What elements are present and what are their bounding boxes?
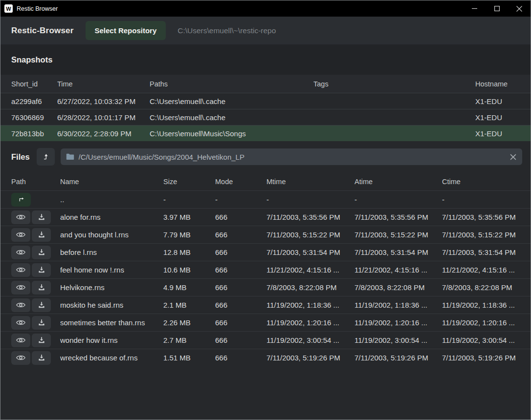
file-mode: 666: [215, 266, 266, 274]
snapshot-time: 6/30/2022, 2:28:09 PM: [57, 129, 150, 138]
file-name: alone for.rns: [60, 213, 163, 221]
file-name: feel home now !.rns: [60, 266, 163, 274]
file-ctime: 11/19/2002, 1:18:36 ...: [442, 301, 522, 309]
file-ctime: -: [442, 195, 522, 204]
preview-file-button[interactable]: [11, 210, 30, 224]
download-icon: [38, 284, 45, 291]
column-atime: Atime: [354, 178, 442, 186]
clear-icon: [510, 154, 516, 160]
file-row: feel home now !.rns 10.6 MB 666 11/21/20…: [0, 261, 531, 278]
eye-icon: [16, 336, 25, 344]
arrow-up-right-icon: [17, 196, 25, 203]
page-title: Restic-Browser: [11, 26, 74, 36]
snapshots-section-header: Snapshots: [0, 44, 531, 75]
download-icon: [38, 301, 45, 309]
download-file-button[interactable]: [32, 210, 51, 224]
file-ctime: 11/19/2002, 1:20:16 ...: [442, 318, 522, 327]
download-icon: [38, 319, 45, 326]
open-parent-directory-button[interactable]: [11, 193, 31, 207]
clear-path-button[interactable]: [509, 153, 517, 161]
goto-root-button[interactable]: [37, 148, 55, 166]
column-hostname: Hostname: [475, 80, 522, 88]
download-file-button[interactable]: [32, 263, 51, 277]
file-size: 2.7 MB: [163, 336, 215, 344]
snapshot-paths: C:\Users\emuell\Music\Songs: [150, 129, 313, 138]
current-path-text: /C/Users/emuell/Music/Songs/2004_Helveti…: [79, 153, 505, 161]
download-icon: [38, 249, 45, 256]
file-row: Helvikone.rns 4.9 MB 666 7/8/2003, 8:22:…: [0, 278, 531, 296]
files-table-header: Path Name Size Mode Mtime Atime Ctime: [0, 172, 531, 190]
preview-file-button[interactable]: [11, 334, 30, 347]
app-header: Restic-Browser Select Repository C:\User…: [0, 17, 531, 44]
snapshot-hostname: X1-EDU: [475, 129, 522, 138]
preview-file-button[interactable]: [11, 281, 30, 294]
file-atime: 11/19/2002, 1:18:36 ...: [354, 301, 442, 309]
folder-icon: [66, 153, 74, 160]
snapshot-row[interactable]: 76306869 6/28/2022, 10:01:17 PM C:\Users…: [0, 109, 531, 125]
file-mode: 666: [215, 336, 266, 344]
column-mtime: Mtime: [266, 178, 354, 186]
file-row: moskito he said.rns 2.1 MB 666 11/19/200…: [0, 296, 531, 314]
file-row: alone for.rns 3.97 MB 666 7/11/2003, 5:3…: [0, 208, 531, 226]
preview-file-button[interactable]: [11, 246, 30, 259]
files-empty-area: [0, 366, 531, 420]
file-mtime: 11/19/2002, 1:20:16 ...: [266, 318, 354, 327]
file-atime: 7/11/2003, 5:19:26 PM: [354, 354, 442, 362]
snapshot-short-id: a2299af6: [11, 97, 57, 105]
wails-app-icon: W: [4, 4, 13, 13]
file-name: before l.rns: [60, 248, 163, 256]
current-path-input[interactable]: /C/Users/emuell/Music/Songs/2004_Helveti…: [61, 148, 522, 165]
download-file-button[interactable]: [32, 298, 51, 312]
close-button[interactable]: [508, 0, 531, 17]
file-name: wonder how it.rns: [60, 336, 163, 344]
file-size: 4.9 MB: [163, 283, 215, 292]
file-mode: 666: [215, 213, 266, 221]
file-atime: 11/19/2002, 3:00:54 ...: [354, 336, 442, 344]
file-mtime: 7/11/2003, 5:19:26 PM: [266, 354, 354, 362]
download-icon: [38, 336, 45, 344]
file-mtime: 11/21/2002, 4:15:16 ...: [266, 266, 354, 274]
snapshot-row[interactable]: a2299af6 6/27/2022, 10:03:32 PM C:\Users…: [0, 93, 531, 109]
download-file-button[interactable]: [32, 351, 51, 365]
column-tags: Tags: [313, 80, 475, 88]
file-size: 10.6 MB: [163, 266, 215, 274]
eye-icon: [16, 284, 25, 291]
file-row: and you thought l.rns 7.79 MB 666 7/11/2…: [0, 226, 531, 243]
eye-icon: [16, 354, 25, 361]
column-size: Size: [163, 178, 215, 186]
file-mode: -: [215, 195, 266, 204]
file-row: wrecked because of.rns 1.51 MB 666 7/11/…: [0, 349, 531, 366]
file-name: ..: [60, 195, 163, 204]
column-ctime: Ctime: [442, 178, 522, 186]
column-time: Time: [57, 80, 150, 88]
download-icon: [38, 266, 45, 273]
preview-file-button[interactable]: [11, 351, 30, 365]
file-size: 7.79 MB: [163, 231, 215, 239]
download-file-button[interactable]: [32, 228, 51, 242]
download-file-button[interactable]: [32, 281, 51, 294]
file-atime: 11/19/2002, 1:20:16 ...: [354, 318, 442, 327]
titlebar: W Restic Browser: [0, 0, 531, 17]
file-mtime: 11/19/2002, 3:00:54 ...: [266, 336, 354, 344]
preview-file-button[interactable]: [11, 298, 30, 312]
file-mode: 666: [215, 231, 266, 239]
snapshot-row-selected[interactable]: 72b813bb 6/30/2022, 2:28:09 PM C:\Users\…: [0, 125, 531, 141]
file-name: sometimes better than.rns: [60, 318, 163, 327]
minimize-button[interactable]: [463, 0, 486, 17]
file-atime: 7/8/2003, 8:22:08 PM: [354, 283, 442, 292]
preview-file-button[interactable]: [11, 228, 30, 242]
close-icon: [516, 6, 522, 12]
column-name: Name: [60, 178, 163, 186]
arrow-up-from-line-icon: [42, 153, 49, 161]
select-repository-button[interactable]: Select Repository: [86, 21, 166, 40]
preview-file-button[interactable]: [11, 316, 30, 330]
maximize-button[interactable]: [486, 0, 508, 17]
preview-file-button[interactable]: [11, 263, 30, 277]
snapshot-short-id: 76306869: [11, 113, 57, 122]
download-file-button[interactable]: [32, 334, 51, 347]
download-file-button[interactable]: [32, 246, 51, 259]
download-icon: [38, 354, 45, 361]
file-size: 2.1 MB: [163, 301, 215, 309]
snapshot-time: 6/28/2022, 10:01:17 PM: [57, 113, 150, 122]
download-file-button[interactable]: [32, 316, 51, 330]
